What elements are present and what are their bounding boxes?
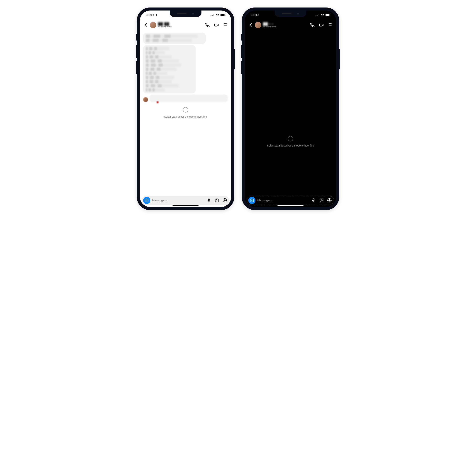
pull-ring-icon <box>288 136 293 141</box>
wifi-icon <box>216 14 219 16</box>
video-call-button[interactable] <box>214 23 219 28</box>
gallery-button[interactable] <box>319 198 324 203</box>
add-button[interactable] <box>222 198 227 203</box>
silence-switch[interactable] <box>241 34 242 41</box>
audio-call-button[interactable] <box>310 23 315 28</box>
contact-name: ██ ██ <box>158 22 203 26</box>
video-call-button[interactable] <box>319 23 324 28</box>
mic-button[interactable] <box>311 198 316 203</box>
svg-rect-21 <box>326 14 330 16</box>
wifi-icon <box>321 14 324 16</box>
contact-avatar[interactable] <box>150 22 156 28</box>
svg-rect-16 <box>316 16 317 16</box>
svg-point-28 <box>321 200 321 200</box>
message-composer: Mensagem... <box>247 196 334 205</box>
contact-status: Online ontem <box>263 26 308 28</box>
home-indicator[interactable] <box>277 205 303 206</box>
blurred-short-bubble <box>150 95 228 102</box>
phone-light: 11:17 <box>137 7 234 210</box>
svg-rect-1 <box>212 15 212 16</box>
svg-point-12 <box>216 200 217 200</box>
pull-to-vanish-zone: Soltar para desativar o modo temporário <box>245 136 336 147</box>
contact-title-block[interactable]: ██ ▪ ▪ Online ontem <box>263 22 308 28</box>
contact-name: ██ ▪ ▪ <box>263 22 308 26</box>
back-button[interactable] <box>143 23 148 28</box>
cellular-icon <box>316 14 320 16</box>
volume-down-button[interactable] <box>241 61 242 74</box>
svg-rect-23 <box>319 24 322 26</box>
battery-icon <box>325 14 331 16</box>
message-input[interactable]: Mensagem... <box>257 199 309 202</box>
pull-to-vanish-zone: Soltar para ativar o modo temporário <box>140 107 231 118</box>
volume-down-button[interactable] <box>136 61 137 74</box>
back-button[interactable] <box>248 23 253 28</box>
svg-rect-7 <box>215 24 217 26</box>
location-arrow-icon <box>155 14 158 16</box>
chat-header: ██ ▪ ▪ Online ontem <box>245 19 336 31</box>
audio-call-button[interactable] <box>205 23 210 28</box>
notch <box>170 11 202 17</box>
svg-rect-5 <box>221 14 224 16</box>
contact-title-block[interactable]: ██ ██ Online ontem <box>158 22 203 28</box>
add-button[interactable] <box>327 198 332 203</box>
svg-rect-22 <box>330 15 330 16</box>
svg-rect-3 <box>214 14 214 16</box>
blurred-messages <box>140 31 231 102</box>
svg-rect-18 <box>318 15 318 16</box>
flag-button[interactable] <box>223 23 228 28</box>
cellular-icon <box>211 14 215 16</box>
pull-hint-text: Soltar para desativar o modo temporário <box>267 144 314 147</box>
silence-switch[interactable] <box>136 34 137 41</box>
chat-content[interactable]: Soltar para ativar o modo temporário <box>140 31 231 194</box>
status-time: 11:17 <box>146 13 154 17</box>
sender-mini-avatar <box>143 97 148 102</box>
contact-avatar[interactable] <box>255 22 261 28</box>
svg-rect-26 <box>313 199 314 201</box>
home-indicator[interactable] <box>173 205 199 206</box>
power-button[interactable] <box>339 49 340 69</box>
svg-rect-17 <box>317 15 317 16</box>
message-composer: Mensagem... <box>142 196 229 205</box>
status-time: 11:18 <box>251 13 259 17</box>
camera-button[interactable] <box>248 197 255 204</box>
chat-content[interactable]: Soltar para desativar o modo temporário <box>245 31 336 194</box>
notch <box>274 11 306 17</box>
camera-button[interactable] <box>143 197 150 204</box>
volume-up-button[interactable] <box>136 45 137 58</box>
message-input[interactable]: Mensagem... <box>152 199 205 202</box>
gallery-button[interactable] <box>214 198 219 203</box>
svg-rect-19 <box>319 14 319 16</box>
svg-rect-0 <box>211 16 212 16</box>
svg-rect-10 <box>208 199 209 201</box>
flag-button[interactable] <box>328 23 333 28</box>
pull-ring-icon <box>183 107 188 113</box>
pull-hint-text: Soltar para ativar o modo temporário <box>164 115 207 118</box>
power-button[interactable] <box>234 49 235 69</box>
battery-icon <box>220 14 226 16</box>
phone-dark: 11:18 ██ ▪ ▪ Online ontem <box>242 7 339 210</box>
svg-rect-6 <box>225 15 225 16</box>
volume-up-button[interactable] <box>241 45 242 58</box>
chat-header: ██ ██ Online ontem <box>140 19 231 31</box>
svg-rect-2 <box>213 15 213 16</box>
contact-status: Online ontem <box>158 26 203 28</box>
mic-button[interactable] <box>206 198 211 203</box>
